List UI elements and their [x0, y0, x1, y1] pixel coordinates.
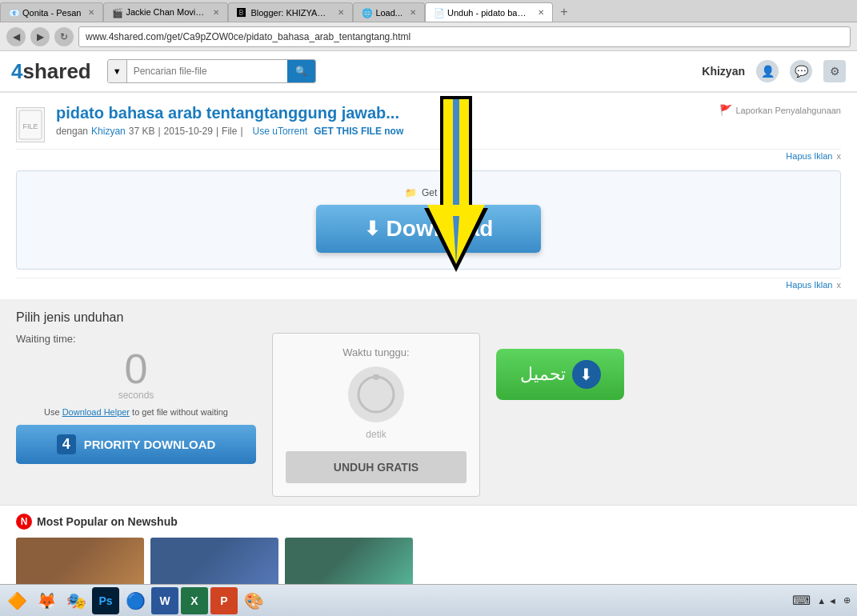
- author-link[interactable]: Khizyan: [91, 126, 126, 137]
- priority-badge: 4: [57, 434, 76, 454]
- taskbar-icon-word[interactable]: W: [151, 587, 178, 614]
- flag-icon: 🚩: [719, 104, 732, 116]
- waiting-time-value: 0: [16, 348, 256, 390]
- tab-close-qonita[interactable]: ✕: [88, 8, 94, 17]
- taskbar-icon-paint[interactable]: 🎨: [240, 587, 267, 614]
- seconds-label: seconds: [16, 390, 256, 401]
- address-bar: ◀ ▶ ↻: [0, 22, 857, 51]
- free-download-box: Waiting time: 0 seconds Use Download Hel…: [16, 333, 256, 464]
- site-logo[interactable]: 4shared: [11, 59, 91, 84]
- taskbar-icon-blue[interactable]: 🔵: [122, 587, 149, 614]
- detik-label: detik: [286, 429, 467, 440]
- waiting-label: Waiting time:: [16, 333, 256, 345]
- get-file-link[interactable]: GET THIS FILE now: [314, 126, 403, 137]
- tab-close-jackie[interactable]: ✕: [213, 8, 219, 17]
- svg-point-2: [358, 377, 394, 412]
- refresh-button[interactable]: ↻: [54, 27, 74, 46]
- tab-blogger[interactable]: 🅱 Blogger: KHIZYAN HAMI... ✕: [228, 2, 353, 22]
- user-icon[interactable]: 👤: [756, 60, 779, 82]
- file-info-row: FILE pidato bahasa arab tentangtanggung …: [16, 104, 841, 142]
- new-tab-button[interactable]: +: [553, 2, 575, 22]
- arabic-btn-container: تحميل ⬇: [496, 333, 624, 400]
- taskbar-icon-photoshop[interactable]: Ps: [92, 587, 119, 614]
- taskbar-icon-firefox[interactable]: 🦊: [33, 587, 60, 614]
- download-button[interactable]: ⬇ Download: [316, 205, 542, 253]
- arabic-text: تحميل: [520, 364, 566, 385]
- site-header: 4shared ▼ 🔍 Khizyan 👤 💬 ⚙: [0, 51, 857, 93]
- arabic-download-button[interactable]: تحميل ⬇: [496, 349, 624, 400]
- tab-qonita[interactable]: 📧 Qonita - Pesan ✕: [0, 2, 103, 22]
- file-date: 2015-10-29: [164, 126, 213, 137]
- tab-close-unduh[interactable]: ✕: [538, 8, 544, 17]
- svg-text:FILE: FILE: [22, 122, 38, 130]
- ad-close-bar-bottom: Hapus Iklan x: [16, 278, 841, 291]
- tab-close-load[interactable]: ✕: [410, 8, 416, 17]
- close-ad-x-bottom[interactable]: x: [837, 280, 842, 290]
- author-label: dengan: [56, 126, 88, 137]
- taskbar-icon-excel[interactable]: X: [181, 587, 208, 614]
- keyboard-icon[interactable]: ⌨: [792, 593, 811, 608]
- tab-favicon-blogger: 🅱: [237, 8, 246, 18]
- tab-label-load: Load...: [375, 8, 402, 18]
- header-right: Khizyan 👤 💬 ⚙: [702, 60, 846, 82]
- tab-load[interactable]: 🌐 Load... ✕: [353, 2, 425, 22]
- priority-download-button[interactable]: 4 PRIORITY DOWNLOAD: [16, 425, 256, 464]
- close-ad-link-bottom[interactable]: Hapus Iklan: [786, 280, 832, 290]
- tab-jackie[interactable]: 🎬 Jackie Chan Movies ★ Act... ✕: [103, 2, 228, 22]
- tab-favicon-qonita: 📧: [9, 8, 18, 18]
- taskbar-right: ⌨ ▲ ◄ ⊕: [792, 593, 854, 608]
- file-meta: dengan Khizyan 37 KB | 2015-10-29 | File…: [56, 126, 708, 137]
- taskbar-icon-opera[interactable]: 🎭: [62, 587, 90, 614]
- back-button[interactable]: ◀: [6, 27, 26, 46]
- browser-tabs: 📧 Qonita - Pesan ✕ 🎬 Jackie Chan Movies …: [0, 0, 857, 22]
- username-label: Khizyan: [702, 65, 745, 78]
- download-options: Waiting time: 0 seconds Use Download Hel…: [0, 333, 857, 505]
- taskbar-icon-powerpoint[interactable]: P: [210, 587, 238, 614]
- report-label: Laporkan Penyalahgunaan: [735, 106, 841, 115]
- file-type-icon: FILE: [16, 107, 45, 142]
- priority-label: PRIORITY DOWNLOAD: [84, 438, 216, 451]
- taskbar-wifi: ⊕: [843, 595, 851, 606]
- waiting-box: Waktu tunggu: detik UNDUH GRATIS: [272, 333, 480, 497]
- download-section: 📁 Get file ⬇ Download: [16, 170, 841, 270]
- taskbar: 🔶 🦊 🎭 Ps 🔵 W X P 🎨 ⌨ ▲ ◄ ⊕: [0, 584, 857, 616]
- content-area: FILE pidato bahasa arab tentangtanggung …: [0, 93, 857, 299]
- taskbar-icon-vlc[interactable]: 🔶: [3, 587, 30, 614]
- messages-icon[interactable]: 💬: [790, 60, 812, 82]
- newshub-badge: N: [16, 514, 32, 530]
- get-file-label: 📁 Get file: [405, 187, 452, 198]
- file-details: pidato bahasa arab tentangtanggung jawab…: [56, 104, 708, 137]
- download-helper-link[interactable]: Download Helper: [62, 407, 130, 417]
- utorrent-link[interactable]: Use uTorrent: [253, 126, 308, 137]
- search-type-dropdown[interactable]: ▼: [108, 60, 127, 82]
- report-link[interactable]: 🚩 Laporkan Penyalahgunaan: [719, 104, 841, 116]
- waktu-label: Waktu tunggu:: [286, 346, 467, 358]
- settings-icon[interactable]: ⚙: [823, 60, 846, 82]
- forward-button[interactable]: ▶: [30, 27, 50, 46]
- helper-text: Use Download Helper to get file without …: [16, 407, 256, 417]
- tab-label-jackie: Jackie Chan Movies ★ Act...: [126, 7, 206, 18]
- close-ad-link-top[interactable]: Hapus Iklan: [786, 151, 832, 161]
- tab-label-blogger: Blogger: KHIZYAN HAMI...: [250, 8, 330, 18]
- most-popular-title: N Most Popular on Newshub: [16, 514, 841, 530]
- popular-label: Most Popular on Newshub: [37, 515, 178, 528]
- url-field[interactable]: [78, 26, 851, 47]
- tab-unduh[interactable]: 📄 Unduh - pidato bahasa ar... ✕: [425, 2, 553, 22]
- taskbar-tray: ▲ ◄: [817, 596, 837, 606]
- file-size: 37 KB: [129, 126, 155, 137]
- tab-favicon-unduh: 📄: [434, 8, 443, 18]
- search-button[interactable]: 🔍: [287, 60, 315, 82]
- close-ad-x-top[interactable]: x: [837, 151, 842, 161]
- download-btn-label: Download: [386, 216, 494, 242]
- file-title: pidato bahasa arab tentangtanggung jawab…: [56, 104, 708, 122]
- svg-point-3: [373, 374, 379, 380]
- search-input[interactable]: [127, 60, 287, 82]
- waiting-circle-icon: [348, 366, 404, 422]
- arabic-arrow-icon: ⬇: [572, 360, 601, 389]
- file-type: File: [222, 126, 237, 137]
- search-area: ▼ 🔍: [107, 59, 316, 83]
- tab-favicon-jackie: 🎬: [112, 8, 122, 18]
- tab-close-blogger[interactable]: ✕: [338, 8, 344, 17]
- unduh-gratis-button[interactable]: UNDUH GRATIS: [286, 451, 467, 483]
- tab-label-unduh: Unduh - pidato bahasa ar...: [447, 8, 531, 18]
